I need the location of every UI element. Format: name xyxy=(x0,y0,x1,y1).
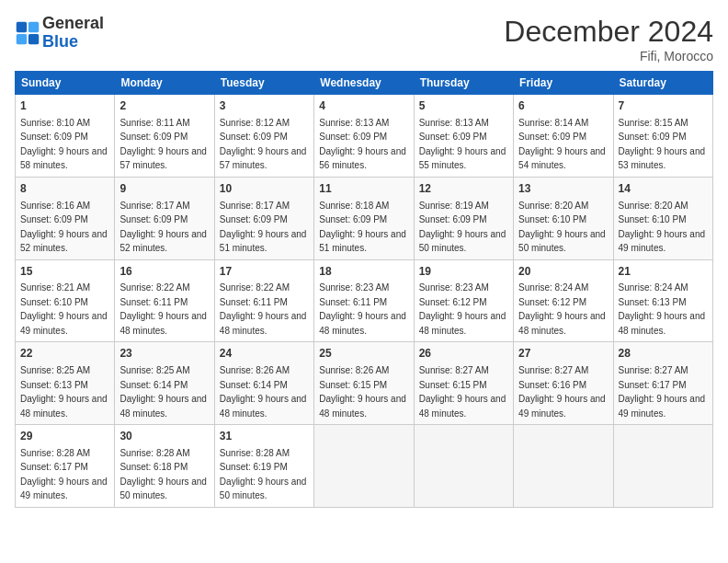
day-number: 20 xyxy=(518,264,608,280)
day-number: 4 xyxy=(319,98,408,114)
table-row xyxy=(514,425,613,508)
header-friday: Friday xyxy=(514,72,613,95)
day-info: Sunrise: 8:16 AMSunset: 6:09 PMDaylight:… xyxy=(20,201,108,254)
header-thursday: Thursday xyxy=(414,72,513,95)
day-info: Sunrise: 8:28 AMSunset: 6:17 PMDaylight:… xyxy=(20,448,108,501)
page-container: General Blue December 2024 Fifi, Morocco… xyxy=(0,0,728,517)
day-info: Sunrise: 8:23 AMSunset: 6:11 PMDaylight:… xyxy=(319,282,406,336)
day-number: 26 xyxy=(419,346,508,362)
table-row: 5 Sunrise: 8:13 AMSunset: 6:09 PMDayligh… xyxy=(414,95,513,178)
table-row: 7 Sunrise: 8:15 AMSunset: 6:09 PMDayligh… xyxy=(613,95,712,178)
day-number: 16 xyxy=(119,264,209,280)
location: Fifi, Morocco xyxy=(504,49,713,63)
day-info: Sunrise: 8:15 AMSunset: 6:09 PMDaylight:… xyxy=(619,118,706,171)
table-row xyxy=(314,425,414,508)
table-row: 6 Sunrise: 8:14 AMSunset: 6:09 PMDayligh… xyxy=(514,95,613,178)
day-info: Sunrise: 8:10 AMSunset: 6:09 PMDaylight:… xyxy=(20,118,108,171)
calendar-week-row: 15 Sunrise: 8:21 AMSunset: 6:10 PMDaylig… xyxy=(16,259,713,342)
svg-rect-1 xyxy=(28,22,39,32)
day-number: 2 xyxy=(119,98,209,114)
day-number: 10 xyxy=(220,181,309,197)
table-row: 27 Sunrise: 8:27 AMSunset: 6:16 PMDaylig… xyxy=(514,342,613,425)
table-row: 19 Sunrise: 8:23 AMSunset: 6:12 PMDaylig… xyxy=(414,259,513,342)
table-row xyxy=(414,425,513,508)
table-row: 30 Sunrise: 8:28 AMSunset: 6:18 PMDaylig… xyxy=(115,425,214,508)
calendar-table: Sunday Monday Tuesday Wednesday Thursday… xyxy=(15,71,713,508)
table-row: 13 Sunrise: 8:20 AMSunset: 6:10 PMDaylig… xyxy=(514,177,613,259)
day-number: 25 xyxy=(319,346,408,362)
day-info: Sunrise: 8:17 AMSunset: 6:09 PMDaylight:… xyxy=(119,201,207,254)
day-number: 9 xyxy=(119,181,209,197)
logo-blue: Blue xyxy=(42,33,104,52)
table-row: 14 Sunrise: 8:20 AMSunset: 6:10 PMDaylig… xyxy=(613,177,712,259)
day-info: Sunrise: 8:23 AMSunset: 6:12 PMDaylight:… xyxy=(419,282,506,336)
day-info: Sunrise: 8:21 AMSunset: 6:10 PMDaylight:… xyxy=(20,282,108,336)
table-row: 16 Sunrise: 8:22 AMSunset: 6:11 PMDaylig… xyxy=(115,259,214,342)
table-row: 4 Sunrise: 8:13 AMSunset: 6:09 PMDayligh… xyxy=(314,95,414,178)
day-number: 21 xyxy=(619,264,708,280)
header-sunday: Sunday xyxy=(16,72,115,95)
day-number: 22 xyxy=(20,346,109,362)
day-info: Sunrise: 8:27 AMSunset: 6:15 PMDaylight:… xyxy=(419,365,506,419)
day-info: Sunrise: 8:24 AMSunset: 6:13 PMDaylight:… xyxy=(619,282,706,336)
table-row: 28 Sunrise: 8:27 AMSunset: 6:17 PMDaylig… xyxy=(613,342,712,425)
table-row: 17 Sunrise: 8:22 AMSunset: 6:11 PMDaylig… xyxy=(214,259,313,342)
day-info: Sunrise: 8:27 AMSunset: 6:17 PMDaylight:… xyxy=(619,365,706,419)
day-number: 23 xyxy=(119,346,209,362)
day-number: 5 xyxy=(419,98,508,114)
day-info: Sunrise: 8:28 AMSunset: 6:18 PMDaylight:… xyxy=(119,448,207,501)
table-row: 29 Sunrise: 8:28 AMSunset: 6:17 PMDaylig… xyxy=(16,425,115,508)
day-number: 11 xyxy=(319,181,408,197)
logo: General Blue xyxy=(15,15,104,52)
day-info: Sunrise: 8:27 AMSunset: 6:16 PMDaylight:… xyxy=(518,365,606,419)
day-info: Sunrise: 8:25 AMSunset: 6:13 PMDaylight:… xyxy=(20,365,108,419)
title-section: December 2024 Fifi, Morocco xyxy=(504,15,713,63)
day-info: Sunrise: 8:22 AMSunset: 6:11 PMDaylight:… xyxy=(119,282,207,336)
day-number: 1 xyxy=(20,98,109,114)
day-info: Sunrise: 8:13 AMSunset: 6:09 PMDaylight:… xyxy=(419,118,506,171)
day-info: Sunrise: 8:20 AMSunset: 6:10 PMDaylight:… xyxy=(619,201,706,254)
day-number: 30 xyxy=(119,429,209,444)
day-info: Sunrise: 8:22 AMSunset: 6:11 PMDaylight:… xyxy=(220,282,307,336)
table-row: 11 Sunrise: 8:18 AMSunset: 6:09 PMDaylig… xyxy=(314,177,414,259)
svg-rect-2 xyxy=(17,34,27,44)
day-info: Sunrise: 8:24 AMSunset: 6:12 PMDaylight:… xyxy=(518,282,606,336)
day-number: 3 xyxy=(220,98,309,114)
day-info: Sunrise: 8:26 AMSunset: 6:15 PMDaylight:… xyxy=(319,365,406,419)
table-row: 1 Sunrise: 8:10 AMSunset: 6:09 PMDayligh… xyxy=(16,95,115,178)
table-row: 21 Sunrise: 8:24 AMSunset: 6:13 PMDaylig… xyxy=(613,259,712,342)
table-row: 25 Sunrise: 8:26 AMSunset: 6:15 PMDaylig… xyxy=(314,342,414,425)
month-title: December 2024 xyxy=(504,15,713,49)
day-number: 14 xyxy=(619,181,708,197)
day-number: 29 xyxy=(20,429,109,444)
day-info: Sunrise: 8:14 AMSunset: 6:09 PMDaylight:… xyxy=(518,118,606,171)
table-row: 18 Sunrise: 8:23 AMSunset: 6:11 PMDaylig… xyxy=(314,259,414,342)
day-number: 7 xyxy=(619,98,708,114)
calendar-week-row: 8 Sunrise: 8:16 AMSunset: 6:09 PMDayligh… xyxy=(16,177,713,259)
day-info: Sunrise: 8:20 AMSunset: 6:10 PMDaylight:… xyxy=(518,201,606,254)
logo-icon xyxy=(15,20,40,46)
day-number: 31 xyxy=(220,429,309,444)
svg-rect-0 xyxy=(17,22,27,32)
day-number: 27 xyxy=(518,346,608,362)
day-number: 13 xyxy=(518,181,608,197)
table-row: 26 Sunrise: 8:27 AMSunset: 6:15 PMDaylig… xyxy=(414,342,513,425)
logo-general: General xyxy=(42,15,104,33)
day-info: Sunrise: 8:25 AMSunset: 6:14 PMDaylight:… xyxy=(119,365,207,419)
header-monday: Monday xyxy=(115,72,214,95)
day-number: 15 xyxy=(20,264,109,280)
table-row: 24 Sunrise: 8:26 AMSunset: 6:14 PMDaylig… xyxy=(214,342,313,425)
day-info: Sunrise: 8:11 AMSunset: 6:09 PMDaylight:… xyxy=(119,118,207,171)
header-wednesday: Wednesday xyxy=(314,72,414,95)
day-number: 17 xyxy=(220,264,309,280)
day-info: Sunrise: 8:28 AMSunset: 6:19 PMDaylight:… xyxy=(220,448,307,501)
day-number: 24 xyxy=(220,346,309,362)
day-info: Sunrise: 8:12 AMSunset: 6:09 PMDaylight:… xyxy=(220,118,307,171)
page-header: General Blue December 2024 Fifi, Morocco xyxy=(15,15,713,63)
table-row xyxy=(613,425,712,508)
table-row: 2 Sunrise: 8:11 AMSunset: 6:09 PMDayligh… xyxy=(115,95,214,178)
header-saturday: Saturday xyxy=(613,72,712,95)
calendar-week-row: 22 Sunrise: 8:25 AMSunset: 6:13 PMDaylig… xyxy=(16,342,713,425)
day-number: 18 xyxy=(319,264,408,280)
table-row: 20 Sunrise: 8:24 AMSunset: 6:12 PMDaylig… xyxy=(514,259,613,342)
